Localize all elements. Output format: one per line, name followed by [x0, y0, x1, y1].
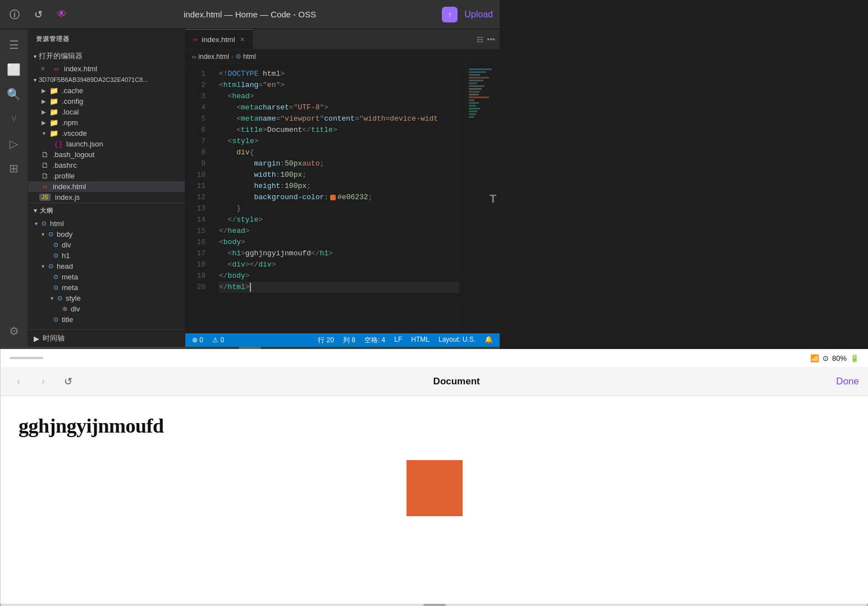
upload-button[interactable]: Upload	[464, 10, 493, 20]
outline-head[interactable]: ▾ ⊙ head	[28, 261, 185, 272]
ipad-status-icons: 📶 ⊙ 80% 🔋	[810, 354, 859, 362]
file-bash-logout[interactable]: 🗋 .bash_logout	[28, 149, 185, 160]
folder-name: 3D70F5B6AB39489DA2C32E4071C8...	[39, 76, 148, 83]
outline-body-icon: ⊙	[45, 231, 56, 238]
outline-body[interactable]: ▾ ⊙ body	[28, 229, 185, 240]
tab-index-html[interactable]: ‹› index.html ✕	[185, 29, 253, 49]
status-layout: Layout: U.S.	[438, 336, 476, 345]
search-icon[interactable]: 🔍	[3, 83, 25, 105]
outline-meta-1[interactable]: ⊙ meta	[28, 272, 185, 282]
settings-icon[interactable]: ⚙	[3, 320, 25, 342]
cache-chevron: ▶	[39, 88, 48, 94]
outline-h1-icon: ⊙	[51, 252, 61, 259]
open-file-item[interactable]: ✕ ‹› index.html	[28, 63, 185, 74]
npm-label: .npm	[62, 118, 78, 127]
json-icon: { }	[53, 140, 64, 148]
preview-done-label: Done	[836, 376, 859, 387]
outline-meta-1-icon: ⊙	[51, 273, 61, 281]
folder-cache[interactable]: ▶ 📁 .cache	[28, 85, 185, 96]
outline-html[interactable]: ▾ ⊙ html	[28, 218, 185, 229]
outline-h1-label: h1	[62, 251, 70, 260]
breadcrumb-sep-1: ›	[231, 53, 234, 61]
outline-div-2[interactable]: ⊗ div	[28, 304, 185, 314]
index-js-label: index.js	[55, 193, 80, 201]
breadcrumb: ‹› index.html › ⊙ html	[185, 49, 500, 64]
folder-icon-4: 📁	[48, 118, 60, 127]
html-file-icon: ‹›	[39, 182, 51, 191]
cache-label: .cache	[62, 86, 83, 95]
file-icon-3: 🗋	[39, 172, 51, 180]
breadcrumb-html[interactable]: html	[243, 53, 256, 61]
open-editors-section[interactable]: ▾ 打开的编辑器	[28, 49, 185, 63]
breadcrumb-tag-icon: ⊙	[236, 53, 241, 60]
timeline-section[interactable]: ▶ 时间轴	[28, 329, 185, 347]
outline-h1[interactable]: ⊙ h1	[28, 250, 185, 261]
run-icon[interactable]: ▷	[3, 132, 25, 155]
warning-count: ⚠ 0	[212, 336, 224, 344]
open-editors-label: 打开的编辑器	[39, 51, 83, 61]
folder-local[interactable]: ▶ 📁 .local	[28, 107, 185, 117]
outline-meta-2[interactable]: ⊙ meta	[28, 282, 185, 293]
outline-div-2-label: div	[71, 305, 80, 313]
file-launch-json[interactable]: { } launch.json	[28, 139, 185, 149]
code-line-13: }	[219, 203, 459, 214]
file-bashrc[interactable]: 🗋 .bashrc	[28, 160, 185, 171]
text-mode-button[interactable]: T	[486, 192, 500, 205]
code-content[interactable]: <!DOCTYPE html> <html lang="en"> <head> …	[212, 64, 466, 333]
config-label: .config	[62, 97, 83, 105]
activity-bar: ☰ ⬜ 🔍 ⑂ ▷ ⊞ ⚙	[0, 29, 28, 347]
sidebar-title: 资源管理器	[36, 35, 70, 42]
tab-close-button[interactable]: ✕	[240, 36, 245, 43]
split-editor-button[interactable]: ⊟	[477, 35, 483, 44]
preview-back-button[interactable]: ‹	[10, 373, 28, 391]
code-line-7: <style>	[219, 136, 459, 147]
folder-config[interactable]: ▶ 📁 .config	[28, 96, 185, 107]
preview-done-button[interactable]: Done	[836, 376, 859, 387]
explorer-icon[interactable]: ⬜	[3, 58, 25, 81]
file-index-js[interactable]: JS index.js	[28, 192, 185, 203]
outline-title-icon: ⊙	[51, 316, 61, 323]
outline-style[interactable]: ▾ ⊙ style	[28, 293, 185, 304]
outline-html-label: html	[50, 219, 64, 228]
preview-forward-button[interactable]: ›	[34, 373, 52, 391]
git-icon[interactable]: ⑂	[3, 108, 25, 130]
outline-body-label: body	[57, 230, 72, 238]
menu-icon[interactable]: ☰	[3, 34, 25, 56]
outline-tree: ▾ ⊙ html ▾ ⊙ body ⊙ div	[28, 218, 185, 329]
folder-section[interactable]: ▾ 3D70F5B6AB39489DA2C32E4071C8...	[28, 74, 185, 85]
info-icon[interactable]: ⓘ	[7, 7, 22, 22]
folder-vscode[interactable]: ▾ 📁 .vscode	[28, 128, 185, 139]
code-line-16: <body>	[219, 237, 459, 248]
folder-npm[interactable]: ▶ 📁 .npm	[28, 117, 185, 128]
npm-chevron: ▶	[39, 120, 48, 126]
file-profile[interactable]: 🗋 .profile	[28, 171, 185, 181]
outline-header[interactable]: ▾ 大纲	[28, 203, 185, 218]
preview-heading-text: gghjngyijnmoufd	[19, 415, 164, 437]
error-count: ⊗ 0	[192, 336, 203, 344]
code-line-1: <!DOCTYPE html>	[219, 68, 459, 80]
code-editor[interactable]: 12345 678910 1112131415 1617181920 <!DOC…	[185, 64, 500, 333]
open-filename: index.html	[64, 65, 97, 73]
expand-chevron-3: ▾	[42, 263, 44, 269]
more-actions-button[interactable]: •••	[487, 35, 495, 44]
file-index-html[interactable]: ‹› index.html	[28, 181, 185, 192]
cursor	[250, 283, 251, 292]
extensions-icon[interactable]: ⊞	[3, 157, 25, 180]
file-icon: 🗋	[39, 150, 51, 159]
code-line-14: </style>	[219, 214, 459, 226]
outline-div-2-icon: ⊗	[60, 305, 70, 313]
refresh-icon[interactable]: ↺	[30, 7, 46, 22]
outline-div[interactable]: ⊙ div	[28, 240, 185, 250]
code-line-3: <head>	[219, 91, 459, 102]
expand-chevron-2: ▾	[42, 231, 44, 237]
eye-icon[interactable]: 👁	[54, 7, 70, 22]
outline-div-icon: ⊙	[51, 241, 61, 249]
outline-title[interactable]: ⊙ title	[28, 314, 185, 325]
preview-refresh-button[interactable]: ↺	[59, 373, 77, 391]
minimap-content	[467, 64, 500, 123]
outline-head-label: head	[57, 262, 73, 270]
breadcrumb-file[interactable]: index.html	[198, 53, 229, 61]
right-section: 📶 ⊙ 80% 🔋 ‹ › ↺ Document Done gghjngyijn…	[0, 349, 868, 606]
code-line-17: <h1>gghjngyijnmoufd</h1>	[219, 248, 459, 259]
file-icon-2: 🗋	[39, 161, 51, 169]
